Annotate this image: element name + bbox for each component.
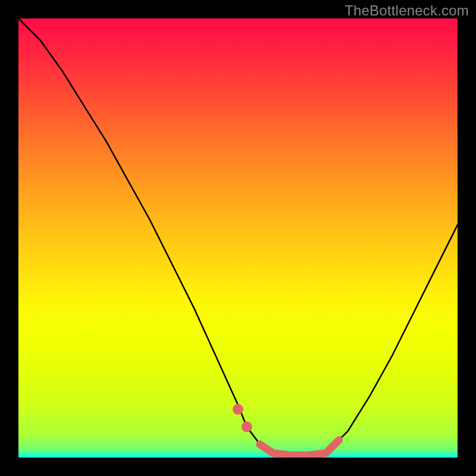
chart-frame: TheBottleneck.com	[0, 0, 476, 476]
chart-svg	[18, 18, 458, 458]
highlight-dot-2	[242, 421, 252, 432]
highlight-dot-1	[233, 404, 243, 415]
bottleneck-curve	[18, 18, 458, 455]
watermark-text: TheBottleneck.com	[345, 2, 469, 19]
plot-area	[18, 18, 458, 458]
valley-highlight-line	[260, 440, 339, 455]
